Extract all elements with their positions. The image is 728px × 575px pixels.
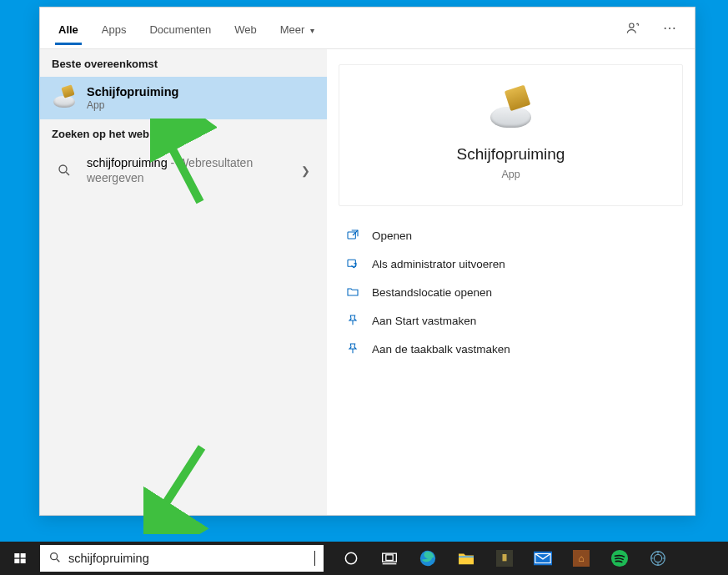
web-result-term: schijfopruiming [87,156,168,169]
edge-icon[interactable] [409,542,447,575]
search-body: Beste overeenkomst Schijfopruiming App Z… [40,49,695,515]
open-icon [345,228,360,243]
tab-meer[interactable]: Meer ▾ [272,13,323,44]
best-match-heading: Beste overeenkomst [40,49,327,77]
svg-point-8 [51,552,58,559]
cortana-icon[interactable] [332,542,370,575]
tab-meer-label: Meer [280,23,305,36]
results-column: Beste overeenkomst Schijfopruiming App Z… [40,49,327,515]
action-label: Als administrator uitvoeren [372,258,505,270]
pin-icon [345,313,360,328]
action-label: Bestandslocatie openen [372,286,492,299]
spotify-icon[interactable] [600,542,639,575]
text-cursor [314,551,315,566]
search-tabs: Alle Apps Documenten Web Meer ▾ ⋯ [40,8,695,49]
svg-point-1 [59,165,67,173]
svg-rect-11 [386,555,393,561]
web-result-text: schijfopruiming - Webresultaten weergeve… [87,155,291,185]
action-label: Aan de taakbalk vastmaken [372,343,510,356]
tab-alle[interactable]: Alle [50,13,87,44]
action-pin-taskbar[interactable]: Aan de taakbalk vastmaken [339,335,683,363]
result-subtitle: App [87,99,315,111]
search-icon [48,551,62,567]
more-options-icon[interactable]: ⋯ [655,13,685,43]
result-web-search[interactable]: schijfopruiming - Webresultaten weergeve… [40,147,327,194]
svg-rect-2 [348,232,355,239]
task-view-icon[interactable] [370,542,409,575]
app-icon-3[interactable] [639,542,677,575]
pin-icon [345,341,360,356]
preview-title: Schijfopruiming [457,145,565,164]
web-search-heading: Zoeken op het web [40,119,327,147]
tab-web[interactable]: Web [226,13,265,44]
action-pin-start[interactable]: Aan Start vastmaken [339,306,683,335]
svg-point-22 [654,554,661,562]
action-run-admin[interactable]: Als administrator uitvoeren [339,250,683,278]
feedback-icon[interactable] [618,13,648,43]
chevron-down-icon: ▾ [310,26,314,35]
action-open-location[interactable]: Bestandslocatie openen [339,278,683,306]
tab-apps[interactable]: Apps [93,13,135,44]
admin-shield-icon [345,256,360,271]
app-icon-2[interactable]: ⌂ [562,542,600,575]
mail-icon[interactable] [524,542,562,575]
action-open[interactable]: Openen [339,221,683,250]
svg-rect-4 [14,553,19,557]
result-title: Schijfopruiming [87,85,178,98]
svg-rect-7 [21,559,26,563]
result-schijfopruiming[interactable]: Schijfopruiming App [40,77,327,119]
search-panel: Alle Apps Documenten Web Meer ▾ ⋯ Beste … [39,7,695,516]
svg-rect-5 [21,553,26,557]
explorer-icon[interactable] [447,542,485,575]
disk-cleanup-icon [488,87,535,134]
preview-actions: Openen Als administrator uitvoeren Besta… [339,221,683,363]
svg-point-0 [630,23,634,28]
taskbar: ⌂ [0,542,728,575]
taskbar-search-box[interactable] [40,545,324,572]
search-input[interactable] [68,552,308,565]
disk-cleanup-icon [52,86,77,111]
action-label: Aan Start vastmaken [372,315,476,327]
folder-icon [345,285,360,300]
preview-subtitle: App [501,169,520,180]
app-icon-1[interactable] [485,542,524,575]
svg-rect-15 [503,554,507,561]
search-icon [52,158,77,183]
preview-column: Schijfopruiming App Openen Als administr… [327,49,695,515]
svg-rect-6 [14,559,19,563]
svg-point-9 [345,552,356,563]
chevron-right-icon: ❯ [301,164,315,177]
result-text: Schijfopruiming App [87,85,315,111]
start-button[interactable] [0,542,40,575]
action-label: Openen [372,229,412,242]
svg-text:⌂: ⌂ [578,552,584,563]
tab-documenten[interactable]: Documenten [141,13,219,44]
preview-card: Schijfopruiming App [339,64,683,206]
svg-rect-13 [459,556,474,557]
